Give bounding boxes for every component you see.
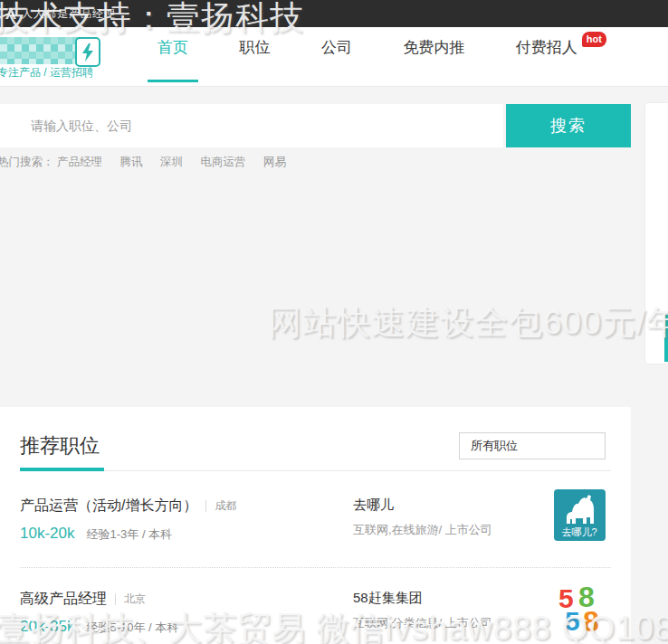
logo58-char: 5	[565, 606, 580, 634]
section-divider-accent	[20, 468, 104, 471]
main-nav: 首页 职位 公司 免费内推 付费招人hot	[157, 27, 625, 86]
company-description: 互联网,在线旅游/ 上市公司	[353, 522, 492, 538]
qunar-logo-text: 去哪儿?	[561, 526, 596, 537]
recommended-jobs-card: 推荐职位 所有职位 产品运营（活动/增长方向） 成都 10k-20k 经验1-3…	[0, 407, 631, 644]
divider	[115, 593, 116, 605]
job-salary-line: 20k-35k 经验5-10年 / 本科	[20, 618, 178, 636]
hot-term-netease[interactable]: 网易	[263, 156, 286, 168]
job-listing[interactable]: 高级产品经理 北京 20k-35k 经验5-10年 / 本科 58赶集集团 互联…	[20, 585, 611, 644]
search-input[interactable]	[0, 104, 503, 147]
hot-term-ecommerce-ops[interactable]: 电商运营	[200, 156, 245, 168]
right-panel-accent-strip	[664, 315, 668, 362]
job-title-line: 高级产品经理 北京	[20, 590, 146, 609]
hot-search-row: 热门搜索： 产品经理 腾讯 深圳 电商运营 网易	[0, 155, 301, 170]
nav-item-home[interactable]: 首页	[157, 27, 188, 83]
hot-term-tencent[interactable]: 腾讯	[119, 156, 142, 168]
hot-term-product-manager[interactable]: 产品经理	[57, 156, 102, 168]
job-filter-dropdown[interactable]: 所有职位	[459, 432, 606, 459]
woshipm-logo-icon	[4, 6, 18, 21]
divider	[205, 500, 206, 512]
lightning-bolt-icon	[75, 37, 100, 67]
topbar: 人人都是产品经理	[0, 0, 668, 27]
site-name[interactable]: 人人都是产品经理	[22, 6, 116, 22]
company-name[interactable]: 58赶集集团	[353, 590, 423, 607]
job-listing[interactable]: 产品运营（活动/增长方向） 成都 10k-20k 经验1-3年 / 本科 去哪儿…	[20, 492, 611, 568]
job-salary: 10k-20k	[20, 525, 74, 543]
section-divider	[20, 470, 611, 471]
nav-item-jobs[interactable]: 职位	[239, 27, 270, 83]
hot-search-label: 热门搜索：	[0, 156, 54, 168]
job-city: 成都	[215, 498, 236, 514]
job-title[interactable]: 产品运营（活动/增长方向）	[20, 497, 197, 516]
logo-tagline: 专注产品 / 运营招聘	[0, 65, 93, 80]
header: 专注产品 / 运营招聘 首页 职位 公司 免费内推 付费招人hot	[0, 27, 668, 87]
page: 人人都是产品经理 专注产品 / 运营招聘 首页 职位 公司 免费内推 付费招人h…	[0, 0, 668, 644]
company-name[interactable]: 去哪儿	[353, 497, 394, 514]
job-title[interactable]: 高级产品经理	[20, 590, 107, 609]
watermark-middle: 网站快速建设全包600元/年	[268, 300, 668, 346]
job-title-line: 产品运营（活动/增长方向） 成都	[20, 497, 236, 516]
logo58-char: 8	[583, 605, 599, 634]
job-salary-line: 10k-20k 经验1-3年 / 本科	[20, 525, 172, 543]
58-ganji-logo: 5 8 5 8	[554, 582, 606, 634]
nav-item-companies[interactable]: 公司	[321, 27, 352, 83]
job-requirements: 经验5-10年 / 本科	[86, 620, 178, 636]
qunar-camel-logo: 去哪儿?	[554, 489, 606, 541]
hot-badge: hot	[582, 32, 606, 47]
job-city: 北京	[124, 592, 146, 607]
search-button[interactable]: 搜索	[506, 104, 631, 147]
section-title: 推荐职位	[20, 432, 100, 459]
job-salary: 20k-35k	[20, 618, 74, 636]
hot-term-shenzhen[interactable]: 深圳	[160, 156, 183, 168]
company-description: 互联网,分类信息/ 上市公司	[353, 615, 492, 631]
job-requirements: 经验1-3年 / 本科	[86, 526, 172, 543]
nav-item-paid-recruiting-label: 付费招人	[516, 39, 577, 56]
nav-item-free-referral[interactable]: 免费内推	[403, 27, 464, 83]
nav-item-paid-recruiting[interactable]: 付费招人hot	[516, 27, 577, 83]
